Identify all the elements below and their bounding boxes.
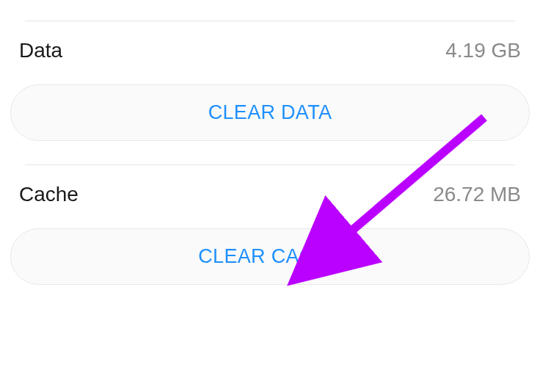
clear-data-button[interactable]: CLEAR DATA bbox=[10, 84, 530, 141]
data-value: 4.19 GB bbox=[445, 39, 521, 62]
storage-settings-panel: Data 4.19 GB CLEAR DATA Cache 26.72 MB C… bbox=[0, 0, 540, 285]
cache-label: Cache bbox=[19, 183, 79, 206]
data-row: Data 4.19 GB bbox=[10, 21, 530, 80]
cache-value: 26.72 MB bbox=[433, 183, 521, 206]
cache-row: Cache 26.72 MB bbox=[10, 165, 530, 224]
clear-cache-button[interactable]: CLEAR CACHE bbox=[10, 228, 530, 285]
data-label: Data bbox=[19, 39, 62, 62]
